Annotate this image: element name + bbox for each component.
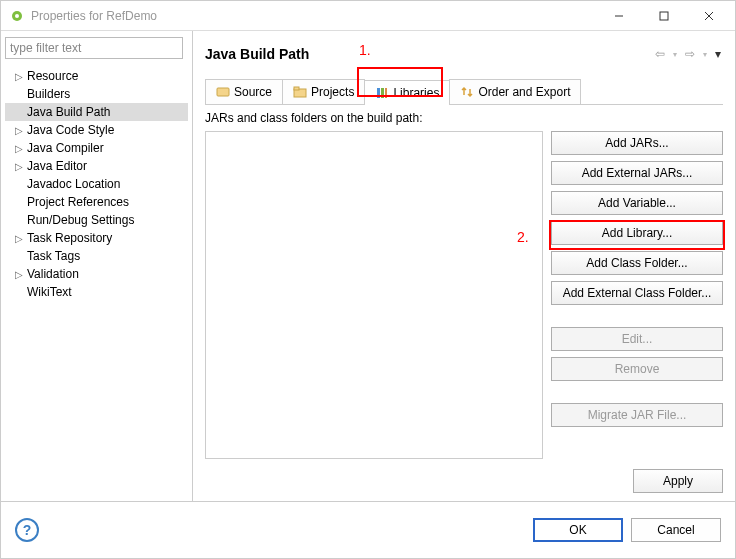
- svg-rect-6: [217, 88, 229, 96]
- apply-button[interactable]: Apply: [633, 469, 723, 493]
- tab-libraries[interactable]: Libraries: [364, 80, 450, 105]
- chevron-right-icon[interactable]: ▷: [13, 124, 25, 136]
- tab-label: Libraries: [393, 86, 439, 100]
- projects-icon: [293, 85, 307, 99]
- titlebar: Properties for RefDemo: [1, 1, 735, 31]
- chevron-right-icon[interactable]: ▷: [13, 268, 25, 280]
- svg-point-1: [15, 14, 19, 18]
- left-pane: ▷ResourceBuildersJava Build Path▷Java Co…: [1, 31, 193, 501]
- chevron-right-icon[interactable]: ▷: [13, 160, 25, 172]
- tree-item-run-debug-settings[interactable]: Run/Debug Settings: [5, 211, 188, 229]
- jars-list[interactable]: [205, 131, 543, 459]
- tabs: Source Projects Libraries Order and Expo…: [205, 79, 723, 105]
- ok-button[interactable]: OK: [533, 518, 623, 542]
- page-title: Java Build Path: [205, 46, 653, 62]
- tree-item-label: Java Build Path: [25, 105, 110, 119]
- tree-item-label: Javadoc Location: [25, 177, 120, 191]
- add-external-class-folder-button[interactable]: Add External Class Folder...: [551, 281, 723, 305]
- tab-label: Source: [234, 85, 272, 99]
- close-button[interactable]: [686, 2, 731, 30]
- tree-item-task-tags[interactable]: Task Tags: [5, 247, 188, 265]
- tree-item-label: Resource: [25, 69, 78, 83]
- add-variable-button[interactable]: Add Variable...: [551, 191, 723, 215]
- order-export-icon: [460, 85, 474, 99]
- chevron-right-icon[interactable]: ▷: [13, 70, 25, 82]
- chevron-right-icon[interactable]: ▷: [13, 232, 25, 244]
- footer: ? OK Cancel: [1, 501, 735, 557]
- tree-item-label: Java Code Style: [25, 123, 114, 137]
- migrate-jar-button: Migrate JAR File...: [551, 403, 723, 427]
- chevron-right-icon[interactable]: ▷: [13, 142, 25, 154]
- add-external-jars-button[interactable]: Add External JARs...: [551, 161, 723, 185]
- svg-rect-10: [381, 88, 384, 98]
- add-library-button[interactable]: Add Library...: [551, 221, 723, 245]
- svg-rect-9: [377, 88, 380, 98]
- tree-item-label: Project References: [25, 195, 129, 209]
- cancel-button[interactable]: Cancel: [631, 518, 721, 542]
- toolbar-nav: ⇦▾ ⇨▾ ▾: [653, 47, 723, 61]
- tree-item-task-repository[interactable]: ▷Task Repository: [5, 229, 188, 247]
- side-buttons: Add JARs... Add External JARs... Add Var…: [551, 131, 723, 459]
- tab-label: Projects: [311, 85, 354, 99]
- tree-item-label: Task Tags: [25, 249, 80, 263]
- tab-order-export[interactable]: Order and Export: [449, 79, 581, 104]
- tree-item-label: Task Repository: [25, 231, 112, 245]
- tab-label: Order and Export: [478, 85, 570, 99]
- tree-item-label: Builders: [25, 87, 70, 101]
- subtitle: JARs and class folders on the build path…: [205, 105, 723, 131]
- tree-item-validation[interactable]: ▷Validation: [5, 265, 188, 283]
- tab-source[interactable]: Source: [205, 79, 283, 104]
- tree-item-resource[interactable]: ▷Resource: [5, 67, 188, 85]
- svg-rect-8: [294, 87, 299, 90]
- help-icon[interactable]: ?: [15, 518, 39, 542]
- menu-dropdown-icon[interactable]: ▾: [713, 47, 723, 61]
- libraries-icon: [375, 86, 389, 100]
- tree-item-java-compiler[interactable]: ▷Java Compiler: [5, 139, 188, 157]
- tree-item-label: Java Editor: [25, 159, 87, 173]
- add-class-folder-button[interactable]: Add Class Folder...: [551, 251, 723, 275]
- tree-item-label: WikiText: [25, 285, 72, 299]
- window-icon: [9, 8, 25, 24]
- minimize-button[interactable]: [596, 2, 641, 30]
- tree-item-java-editor[interactable]: ▷Java Editor: [5, 157, 188, 175]
- category-tree[interactable]: ▷ResourceBuildersJava Build Path▷Java Co…: [5, 63, 188, 301]
- window-title: Properties for RefDemo: [31, 9, 596, 23]
- edit-button: Edit...: [551, 327, 723, 351]
- remove-button: Remove: [551, 357, 723, 381]
- tree-item-project-references[interactable]: Project References: [5, 193, 188, 211]
- tree-item-java-build-path[interactable]: Java Build Path: [5, 103, 188, 121]
- svg-rect-3: [660, 12, 668, 20]
- tree-item-builders[interactable]: Builders: [5, 85, 188, 103]
- tab-projects[interactable]: Projects: [282, 79, 365, 104]
- tree-item-java-code-style[interactable]: ▷Java Code Style: [5, 121, 188, 139]
- forward-icon[interactable]: ⇨: [683, 47, 697, 61]
- svg-rect-11: [385, 88, 387, 98]
- tree-item-label: Validation: [25, 267, 79, 281]
- filter-input[interactable]: [5, 37, 183, 59]
- add-jars-button[interactable]: Add JARs...: [551, 131, 723, 155]
- tree-item-javadoc-location[interactable]: Javadoc Location: [5, 175, 188, 193]
- source-icon: [216, 85, 230, 99]
- tree-item-label: Java Compiler: [25, 141, 104, 155]
- maximize-button[interactable]: [641, 2, 686, 30]
- tree-item-label: Run/Debug Settings: [25, 213, 134, 227]
- right-pane: Java Build Path ⇦▾ ⇨▾ ▾ Source Projects …: [193, 31, 735, 501]
- tree-item-wikitext[interactable]: WikiText: [5, 283, 188, 301]
- back-icon[interactable]: ⇦: [653, 47, 667, 61]
